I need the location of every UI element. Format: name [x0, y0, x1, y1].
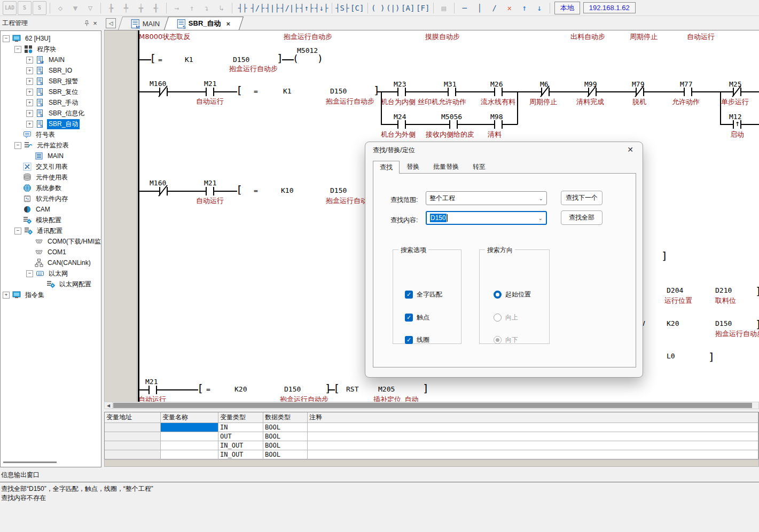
collapse-icon[interactable]: −	[14, 46, 21, 53]
checkbox-checked-icon[interactable]: ✓	[405, 336, 413, 344]
contact-no[interactable]	[449, 120, 458, 129]
contact-nc[interactable]	[588, 88, 597, 96]
expand-icon[interactable]: +	[26, 89, 33, 96]
tree-item-SBR_信息化[interactable]: +SSBR_信息化	[1, 108, 101, 119]
ip-address-field[interactable]: 192.168.1.62	[583, 2, 636, 13]
collapse-icon[interactable]: −	[3, 35, 10, 42]
tree-item-SBR_复位[interactable]: +SSBR_复位	[1, 87, 101, 97]
tab-close-icon[interactable]: ×	[226, 20, 230, 28]
tree-item-MAIN[interactable]: MAIN	[1, 151, 101, 161]
application-instruction-icon[interactable]: [A]	[401, 2, 415, 14]
tree-item-COM0(下载/HMI监[interactable]: COM0(下载/HMI监	[1, 236, 101, 247]
set-coil-icon[interactable]: ┤S├	[335, 2, 349, 14]
contact-no[interactable]	[148, 386, 157, 394]
contact-no[interactable]	[397, 120, 406, 129]
vline-icon[interactable]: │	[473, 2, 487, 14]
table-cell[interactable]	[105, 423, 161, 432]
expand-icon[interactable]: +	[26, 110, 33, 117]
dialog-tab-查找[interactable]: 查找	[373, 161, 400, 174]
line-down-icon[interactable]: ↓	[533, 2, 546, 14]
tree-item-62 [H3U][interactable]: −62 [H3U]	[1, 33, 101, 44]
contact-nc[interactable]	[159, 88, 168, 96]
table-cell[interactable]: IN_OUT	[218, 450, 263, 459]
table-cell[interactable]: BOOL	[263, 450, 308, 459]
expand-icon[interactable]: +	[26, 57, 33, 64]
find-combobox[interactable]: D150 ⌄	[426, 211, 547, 225]
table-cell[interactable]: OUT	[218, 432, 263, 441]
table-cell[interactable]: IN_OUT	[218, 441, 263, 450]
line-up-icon[interactable]: ↑	[518, 2, 531, 14]
contact-nc[interactable]	[541, 88, 550, 96]
table-cell[interactable]: BOOL	[263, 432, 308, 441]
expand-icon[interactable]: +	[3, 292, 10, 299]
table-cell[interactable]	[105, 450, 161, 459]
tree-item-CAM[interactable]: CAM	[1, 204, 101, 215]
tree-item-CAN(CANLink)[interactable]: CAN(CANLink)	[1, 257, 101, 268]
table-cell[interactable]	[105, 432, 161, 441]
counter-icon[interactable]: [C]	[350, 2, 364, 14]
tree-item-符号表[interactable]: 符号表	[1, 129, 101, 140]
local-connection-button[interactable]: 本地	[554, 2, 580, 14]
tree-item-COM1[interactable]: COM1	[1, 247, 101, 257]
panel-close-icon[interactable]: ×	[91, 19, 99, 28]
editor-tab-SBR_自动[interactable]: SSBR_自动×	[163, 17, 243, 30]
find-all-button[interactable]: 查找全部	[561, 210, 602, 225]
no-contact-icon[interactable]: ┤├	[236, 2, 249, 14]
tree-item-元件监控表[interactable]: −元件监控表	[1, 140, 101, 151]
checkbox-checked-icon[interactable]: ✓	[405, 314, 413, 322]
scope-combobox[interactable]: 整个工程 ⌄	[426, 191, 547, 205]
tree-item-指令集[interactable]: +指令集	[1, 290, 101, 300]
tree-item-系统参数[interactable]: 系统参数	[1, 183, 101, 193]
table-cell[interactable]	[161, 432, 218, 441]
scroll-left-arrow-icon[interactable]: ◀	[105, 402, 113, 409]
table-cell[interactable]	[161, 441, 218, 450]
pulse-contact-icon[interactable]: ┤|├	[265, 2, 279, 14]
collapse-icon[interactable]: −	[26, 270, 33, 277]
falling-contact-icon[interactable]: ┤↓├	[315, 2, 328, 14]
table-cell[interactable]: IN	[218, 423, 263, 432]
contact-no[interactable]	[448, 88, 456, 96]
contact-no[interactable]	[206, 187, 214, 195]
contact-nc[interactable]	[733, 88, 741, 96]
find-next-button[interactable]: 查找下一个	[561, 191, 602, 205]
delete-x-icon[interactable]: ✕	[503, 2, 517, 14]
table-cell[interactable]	[308, 450, 758, 459]
tree-item-SBR_自动[interactable]: +SSBR_自动	[1, 119, 101, 129]
variable-table-scroll-track[interactable]	[104, 459, 759, 467]
contact-no[interactable]	[684, 88, 692, 96]
collapse-icon[interactable]: −	[14, 142, 21, 149]
rising-contact-icon[interactable]: ┤↑├	[300, 2, 314, 14]
expand-icon[interactable]: +	[26, 99, 33, 106]
tree-item-模块配置[interactable]: 模块配置	[1, 215, 101, 225]
table-cell[interactable]	[308, 441, 758, 450]
tree-item-SBR_报警[interactable]: +SSBR_报警	[1, 76, 101, 87]
table-cell[interactable]: BOOL	[263, 423, 308, 432]
pin-icon[interactable]	[82, 19, 91, 28]
contact-no[interactable]	[206, 88, 214, 96]
tree-item-SBR_手动[interactable]: +SSBR_手动	[1, 97, 101, 108]
contact-nc[interactable]	[159, 187, 168, 195]
tab-nav-left-icon[interactable]: ◁	[106, 18, 116, 28]
editor-hscroll-thumb[interactable]	[113, 403, 752, 408]
coil-icon[interactable]: ( )	[371, 2, 385, 14]
tree-item-程序块[interactable]: −程序块	[1, 44, 101, 54]
tree-hscroll-thumb[interactable]	[3, 461, 57, 463]
function-icon[interactable]: [F]	[416, 2, 430, 14]
expand-icon[interactable]: +	[26, 78, 33, 85]
editor-hscrollbar[interactable]: ◀	[104, 402, 759, 409]
contact-no[interactable]	[397, 88, 406, 96]
contact-nc[interactable]	[636, 88, 644, 96]
radio-selected-icon[interactable]	[494, 291, 502, 299]
table-cell[interactable]	[308, 432, 758, 441]
hline-icon[interactable]: ─	[458, 2, 472, 14]
dialog-tab-批量替换[interactable]: 批量替换	[426, 160, 466, 173]
tree-item-通讯配置[interactable]: −通讯配置	[1, 225, 101, 236]
table-cell[interactable]	[105, 441, 161, 450]
delete-line-icon[interactable]: ∕	[488, 2, 502, 14]
table-cell[interactable]: BOOL	[263, 441, 308, 450]
tree-item-MAIN[interactable]: +MMAIN	[1, 54, 101, 65]
tree-item-以太网[interactable]: −以太网	[1, 268, 101, 279]
dialog-tab-转至[interactable]: 转至	[466, 160, 492, 173]
table-cell[interactable]	[308, 423, 758, 432]
tree-item-以太网配置[interactable]: 以太网配置	[1, 279, 101, 290]
